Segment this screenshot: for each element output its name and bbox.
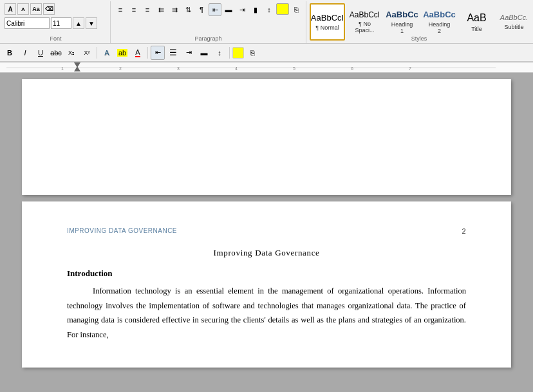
- style-subtitle-label: Subtitle: [504, 24, 523, 30]
- document-area: IMPROVING DATA GOVERNANCE 2 Improving Da…: [0, 73, 533, 392]
- multilevel-btn[interactable]: ≡: [141, 3, 154, 16]
- borders-btn[interactable]: ⎘: [290, 3, 303, 16]
- align-left-btn[interactable]: ⇤: [209, 3, 221, 16]
- svg-text:7: 7: [409, 66, 411, 71]
- styles-section-label: Styles: [306, 35, 532, 42]
- font-size-inc-btn[interactable]: ▲: [73, 17, 84, 29]
- ribbon: A A Aa ⌫ ▲ ▼ Font ≡ ≡ ≡ ⇇ ⇉ ⇅: [0, 0, 533, 44]
- style-h1-label: Heading 1: [389, 21, 415, 34]
- numbering-btn[interactable]: ≡: [127, 3, 140, 16]
- svg-text:5: 5: [293, 66, 295, 71]
- font-section-label: Font: [1, 35, 110, 42]
- italic-btn[interactable]: I: [18, 46, 32, 60]
- align-right-btn[interactable]: ⇥: [236, 3, 248, 16]
- sort-btn[interactable]: ⇅: [182, 3, 194, 16]
- shading-btn2[interactable]: [232, 47, 244, 59]
- style-normal-preview: AaBbCcI: [311, 13, 344, 23]
- decrease-indent-btn[interactable]: ⇇: [154, 3, 167, 16]
- bullets-btn[interactable]: ≡: [114, 3, 127, 16]
- introduction-heading: Introduction: [67, 268, 466, 279]
- page-header-title: IMPROVING DATA GOVERNANCE: [67, 227, 177, 234]
- divider3: [229, 47, 230, 59]
- justify-btn[interactable]: ▮: [249, 3, 262, 16]
- justify-btn2[interactable]: ▬: [197, 46, 211, 60]
- svg-text:4: 4: [235, 66, 238, 71]
- style-title-label: Title: [471, 26, 482, 32]
- line-spacing-btn2[interactable]: ↕: [212, 46, 227, 60]
- subscript-btn[interactable]: X₂: [64, 46, 79, 60]
- svg-text:1: 1: [61, 66, 64, 71]
- borders-btn2[interactable]: ⎘: [245, 46, 259, 60]
- document-title: Improving Data Governance: [67, 248, 466, 258]
- paragraph-section-label: Paragraph: [111, 35, 306, 42]
- align-center-btn2[interactable]: ☰: [166, 46, 180, 60]
- font-shrink-btn[interactable]: A: [17, 3, 29, 15]
- svg-text:6: 6: [351, 66, 353, 71]
- font-color-btn[interactable]: A: [131, 46, 145, 60]
- underline-btn[interactable]: U: [33, 46, 48, 60]
- page-2: IMPROVING DATA GOVERNANCE 2 Improving Da…: [22, 201, 511, 368]
- change-case-btn[interactable]: Aa: [30, 3, 42, 15]
- font-grow-btn[interactable]: A: [5, 3, 16, 15]
- styles-section: AaBbCcI ¶ Normal AaBbCcI ¶ No Spaci... A…: [306, 1, 532, 43]
- text-effects-btn[interactable]: A: [100, 46, 114, 60]
- text-highlight-btn[interactable]: ab: [115, 46, 129, 60]
- svg-text:3: 3: [177, 66, 180, 71]
- font-size-dec-btn[interactable]: ▼: [86, 17, 97, 29]
- align-left-btn2[interactable]: ⇤: [151, 46, 165, 60]
- divider1: [97, 47, 97, 59]
- paragraph-section: ≡ ≡ ≡ ⇇ ⇉ ⇅ ¶ ⇤ ▬ ⇥ ▮ ↕ ⎘ Paragraph: [111, 1, 306, 43]
- pilcrow-btn[interactable]: ¶: [195, 3, 208, 16]
- font-size-input[interactable]: [51, 17, 71, 29]
- clear-format-btn[interactable]: ⌫: [43, 3, 55, 15]
- shading-btn[interactable]: [276, 3, 289, 15]
- divider2: [147, 47, 148, 59]
- style-h1-preview: AaBbCc: [386, 10, 418, 20]
- svg-marker-9: [74, 66, 80, 71]
- formatting-toolbar: B I U abc X₂ X² A ab A ⇤ ☰ ⇥ ▬ ↕ ⎘: [0, 44, 533, 62]
- svg-text:2: 2: [119, 66, 122, 71]
- style-h2-preview: AaBbCc: [423, 10, 456, 20]
- introduction-paragraph: Information technology is an essential e…: [67, 284, 466, 342]
- style-h2-label: Heading 2: [426, 21, 453, 34]
- align-center-btn[interactable]: ▬: [222, 3, 235, 16]
- style-title-preview: AaB: [467, 12, 486, 24]
- line-spacing-btn[interactable]: ↕: [263, 3, 276, 16]
- superscript-btn[interactable]: X²: [80, 46, 94, 60]
- style-subtitle-preview: AaBbCc.: [500, 14, 528, 22]
- align-right-btn2[interactable]: ⇥: [182, 46, 196, 60]
- font-section: A A Aa ⌫ ▲ ▼ Font: [1, 1, 111, 43]
- increase-indent-btn[interactable]: ⇉: [168, 3, 181, 16]
- page-header: IMPROVING DATA GOVERNANCE 2: [67, 227, 466, 235]
- font-name-input[interactable]: [5, 17, 50, 29]
- style-nospace-preview: AaBbCcI: [350, 10, 380, 19]
- style-nospace-label: ¶ No Spaci...: [351, 21, 378, 33]
- style-normal-label: ¶ Normal: [315, 24, 339, 31]
- page-1: [22, 79, 511, 195]
- toolbar: A A Aa ⌫ ▲ ▼ Font ≡ ≡ ≡ ⇇ ⇉ ⇅: [0, 0, 533, 62]
- strikethrough-btn[interactable]: abc: [49, 46, 63, 60]
- bold-btn[interactable]: B: [3, 46, 17, 60]
- page-number: 2: [462, 227, 466, 235]
- ruler: 1 2 3 4 5 6 7: [0, 62, 533, 73]
